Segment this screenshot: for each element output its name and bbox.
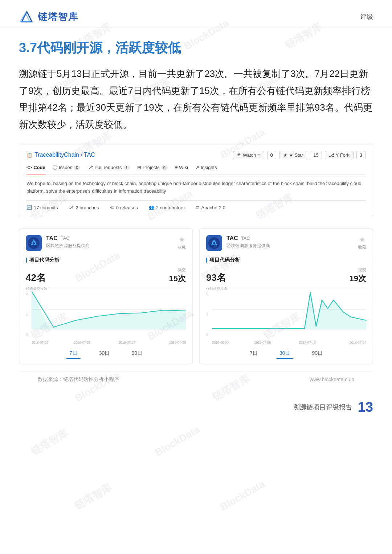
section-label-text-left: 项目代码分析 — [29, 257, 60, 263]
github-nav-wiki[interactable]: ≡ Wiki — [175, 164, 188, 171]
page-header: 链塔智库 评级 — [0, 0, 392, 28]
watermark-20: BlockData — [153, 424, 202, 459]
star-button[interactable]: ★ ★ Star — [279, 151, 307, 159]
stat-releases: 🏷 0 releases — [110, 205, 138, 210]
header-right-label: 评级 — [360, 12, 373, 21]
chart-tab-7d-left[interactable]: 7日 — [66, 349, 81, 359]
fork-count: 3 — [356, 151, 366, 159]
bookmark-star-right: ★ — [359, 235, 366, 244]
stat-license: ⚖ Apache-2.0 — [196, 205, 226, 210]
github-nav-code[interactable]: <> Code — [26, 164, 45, 175]
body-text: 溯源链于5月13日正式开源，目前一共更新了23次。一共被复制了3次。7月22日更… — [19, 65, 373, 133]
pr-badge: 1 — [123, 165, 130, 170]
bottom-bar: 溯源链项目评级报告 13 — [0, 393, 392, 421]
x-label-3-right: 2018-07-16 — [299, 341, 316, 344]
card-name-row-right: TAC TAC — [226, 235, 354, 242]
chart-tabs-right: 7日 30日 90日 — [206, 349, 366, 359]
github-nav-issues[interactable]: ⓘ Issues 0 — [53, 164, 81, 171]
y-min-left: 0 — [26, 333, 28, 337]
chart-area-left: 代码提交次数 6 3 0 2018-07-23 2018-07-25 2018-… — [26, 286, 186, 344]
page-number: 13 — [358, 399, 373, 415]
footer-domain: www.blockdata.club — [310, 377, 354, 382]
github-stats: 🔄 17 commits ⎇ 2 branches 🏷 0 releases 👥… — [26, 205, 366, 210]
card-bookmark-right[interactable]: ★ 收藏 — [358, 235, 366, 250]
github-nav-projects[interactable]: ⊞ Projects 0 — [137, 164, 168, 171]
chart-area-right: 代码提交次数 6 3 0 2018-06-30 2018-07-08 2018-… — [206, 286, 366, 344]
github-nav-pr[interactable]: ⎇ Pull requests 1 — [87, 164, 130, 171]
star-label: ★ Star — [289, 152, 303, 158]
stat-contributors: 👥 2 contributors — [149, 205, 185, 210]
github-panel: 📋 TraceabilityChain / TAC 👁 Watch = 0 ★ … — [19, 144, 373, 217]
y-mid-left: 3 — [26, 312, 28, 316]
star-icon-btn: ★ — [283, 152, 287, 158]
footer-source: 数据来源：链塔代码活性分析小程序 — [38, 376, 119, 383]
card-name-right: TAC — [226, 235, 238, 242]
tag-icon: 🏷 — [110, 205, 114, 210]
github-divider — [26, 200, 366, 201]
pr-icon: ⎇ — [87, 165, 93, 170]
bookmark-label-left: 收藏 — [178, 245, 186, 250]
watch-label: Watch = — [243, 152, 260, 158]
watch-button[interactable]: 👁 Watch = — [233, 151, 264, 159]
section-label-text-right: 项目代码分析 — [209, 257, 240, 263]
chart-tab-7d-right[interactable]: 7日 — [246, 349, 261, 359]
rank-num-right: 93名 — [206, 271, 226, 284]
card-info-left: TAC TAC 区块链溯源服务提供商 — [46, 235, 173, 249]
card-subtitle-left: 区块链溯源服务提供商 — [46, 243, 173, 249]
projects-label: Projects — [143, 165, 160, 170]
chart-card-left: TAC TAC 区块链溯源服务提供商 ★ 收藏 项目代码分析 42名 提交 15… — [19, 228, 193, 364]
github-repo-name[interactable]: 📋 TraceabilityChain / TAC — [26, 152, 95, 158]
chart-tab-90d-left[interactable]: 90日 — [128, 349, 146, 359]
projects-badge: 0 — [161, 165, 168, 170]
github-nav-insights[interactable]: ↗ Insights — [195, 164, 217, 171]
section-label-right: 项目代码分析 — [206, 257, 366, 263]
law-icon: ⚖ — [196, 205, 200, 210]
people-icon: 👥 — [149, 205, 154, 210]
chart-cards-row: TAC TAC 区块链溯源服务提供商 ★ 收藏 项目代码分析 42名 提交 15… — [19, 228, 373, 364]
github-nav: <> Code ⓘ Issues 0 ⎇ Pull requests 1 ⊞ P… — [26, 164, 366, 175]
commit-info-right: 提交 19次 — [350, 267, 366, 284]
github-desc: We hope to, basing on the technology of … — [26, 180, 366, 195]
card-avatar-left — [26, 235, 42, 251]
insights-icon: ↗ — [195, 165, 199, 170]
card-name-left: TAC — [46, 235, 58, 242]
tac-avatar-icon-right — [208, 237, 221, 250]
bookmark-label-right: 收藏 — [358, 245, 366, 250]
eye-icon: 👁 — [237, 152, 241, 157]
section-title: 3.7代码刚开源，活跃度较低 — [19, 40, 373, 57]
svg-point-7 — [208, 237, 220, 249]
fork-button[interactable]: ⎇ Y Fork — [325, 151, 354, 159]
stat-commits: 🔄 17 commits — [26, 205, 58, 210]
wiki-label: Wiki — [179, 165, 188, 170]
report-title: 溯源链项目评级报告 — [293, 403, 352, 411]
github-header: 📋 TraceabilityChain / TAC 👁 Watch = 0 ★ … — [26, 151, 366, 159]
tac-avatar-icon-left — [27, 237, 40, 250]
card-subtitle-right: 区块链溯源服务提供商 — [226, 243, 354, 249]
commit-count-right: 19次 — [350, 273, 366, 284]
card-bookmark-left[interactable]: ★ 收藏 — [178, 235, 186, 250]
bookmark-star-left: ★ — [179, 235, 185, 244]
commit-count-left: 15次 — [169, 273, 186, 284]
pr-label: Pull requests — [94, 165, 122, 170]
chart-card-right: TAC TAC 区块链溯源服务提供商 ★ 收藏 项目代码分析 93名 提交 19… — [199, 228, 373, 364]
card-header-right: TAC TAC 区块链溯源服务提供商 ★ 收藏 — [206, 235, 366, 251]
rank-row-left: 42名 提交 15次 — [26, 267, 186, 284]
code-label-text: Code — [33, 165, 45, 170]
card-info-right: TAC TAC 区块链溯源服务提供商 — [226, 235, 354, 249]
branches-value: 2 branches — [75, 205, 99, 210]
x-label-3-left: 2018-07-27 — [119, 341, 135, 344]
chart-tab-90d-right[interactable]: 90日 — [308, 349, 326, 359]
wiki-icon: ≡ — [175, 165, 178, 170]
github-actions: 👁 Watch = 0 ★ ★ Star 15 ⎇ Y Fork 3 — [233, 151, 366, 159]
star-count: 15 — [310, 151, 322, 159]
repo-name-text: TraceabilityChain / TAC — [34, 152, 95, 158]
card-header-left: TAC TAC 区块链溯源服务提供商 ★ 收藏 — [26, 235, 186, 251]
x-label-1-left: 2018-07-23 — [32, 341, 48, 344]
y-min-right: 0 — [206, 333, 208, 337]
x-label-2-right: 2018-07-08 — [254, 341, 271, 344]
chart-tab-30d-right[interactable]: 30日 — [276, 349, 294, 359]
chart-tab-30d-left[interactable]: 30日 — [95, 349, 114, 359]
x-label-4-right: 2018-07-24 — [350, 341, 366, 344]
x-label-4-left: 2018-07-29 — [169, 341, 186, 344]
contributors-value: 2 contributors — [156, 205, 185, 210]
